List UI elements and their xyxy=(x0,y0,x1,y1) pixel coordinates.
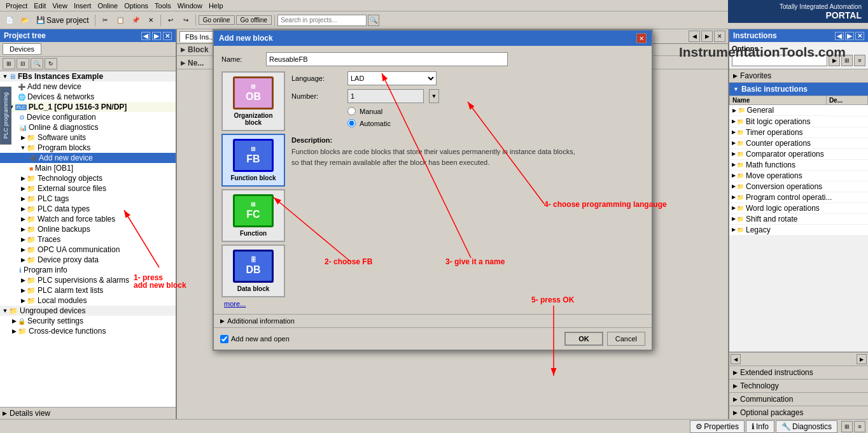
fc-label: Function xyxy=(240,230,267,237)
additional-info-row: ▶ Additional information xyxy=(214,314,652,327)
number-label: Number: xyxy=(291,92,342,100)
manual-radio[interactable] xyxy=(347,107,356,115)
modal-desc-area: Description: Function blocks are code bl… xyxy=(291,136,644,167)
number-picker-btn[interactable]: ▼ xyxy=(429,89,439,103)
modal-name-row: Name: xyxy=(221,52,644,66)
footer-left: Add new and open xyxy=(220,335,290,343)
modal-body: Name: ⊞ OB Organizationblock xyxy=(214,46,652,314)
fb-card[interactable]: ⊞ FB Function block xyxy=(221,134,285,187)
footer-right: OK Cancel xyxy=(564,332,645,346)
modal-title: Add new block xyxy=(219,34,273,43)
modal-close-btn[interactable]: ✕ xyxy=(636,33,647,43)
modal-name-input[interactable] xyxy=(266,52,508,66)
modal-manual-row: Manual xyxy=(291,107,644,115)
fc-card[interactable]: ⊞ FC Function xyxy=(221,189,285,242)
modal-name-label: Name: xyxy=(221,55,266,63)
manual-label: Manual xyxy=(360,108,382,115)
modal-main: ⊞ OB Organizationblock ⊞ FB Function blo… xyxy=(221,71,644,308)
automatic-radio[interactable] xyxy=(347,119,356,127)
modal-number-row: Number: ▼ xyxy=(291,89,644,103)
modal-automatic-row: Automatic xyxy=(291,119,644,127)
lang-label: Language: xyxy=(291,75,342,82)
db-card[interactable]: 🗄 DB Data block xyxy=(221,245,285,297)
ob-card[interactable]: ⊞ OB Organizationblock xyxy=(221,71,285,131)
ob-label: Organizationblock xyxy=(234,112,272,126)
block-cards-col: ⊞ OB Organizationblock ⊞ FB Function blo… xyxy=(221,71,285,308)
fb-label: Function block xyxy=(230,174,276,181)
add-new-open-checkbox[interactable] xyxy=(220,335,228,343)
automatic-label: Automatic xyxy=(360,120,391,127)
modal-number-input[interactable] xyxy=(347,89,424,103)
ob-icon: ⊞ OB xyxy=(233,76,274,110)
add-new-open-label: Add new and open xyxy=(231,335,290,343)
db-icon: 🗄 DB xyxy=(233,250,274,283)
fc-icon: ⊞ FC xyxy=(233,194,274,227)
modal-lang-select[interactable]: LAD FBD STL SCL xyxy=(347,71,437,85)
modal-overlay: Add new block ✕ Name: ⊞ OB xyxy=(0,0,868,433)
fb-icon: ⊞ FB xyxy=(233,139,274,172)
add-info-arrow: ▶ xyxy=(220,318,225,324)
modal-lang-row: Language: LAD FBD STL SCL xyxy=(291,71,644,85)
db-label: Data block xyxy=(237,285,270,292)
modal-header: Add new block ✕ xyxy=(214,31,652,46)
modal-dialog: Add new block ✕ Name: ⊞ OB xyxy=(213,29,653,351)
desc-text: Function blocks are code blocks that sto… xyxy=(291,146,584,167)
modal-cancel-btn[interactable]: Cancel xyxy=(607,332,645,346)
modal-footer: Add new and open OK Cancel xyxy=(214,327,652,350)
additional-info-label: Additional information xyxy=(227,317,295,325)
more-link[interactable]: more... xyxy=(221,300,285,308)
modal-settings-col: Language: LAD FBD STL SCL Number: ▼ xyxy=(291,71,644,308)
desc-label: Description: xyxy=(291,136,644,144)
modal-ok-btn[interactable]: OK xyxy=(564,332,603,346)
